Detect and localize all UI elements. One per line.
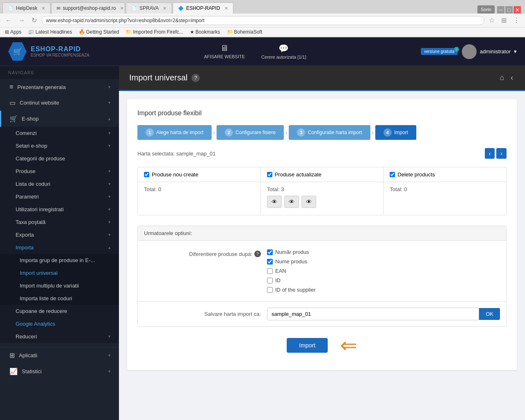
sidebar-item-importa-liste[interactable]: Importa liste de coduri <box>0 292 119 305</box>
check-id-supplier: ID of the supplier <box>267 287 315 293</box>
sidebar-item-continut[interactable]: ▭ Continut website ▾ <box>0 95 119 111</box>
sidebar-item-google-analytics[interactable]: Google Analytics <box>0 317 119 330</box>
checkbox-ean[interactable] <box>267 268 273 274</box>
col-checkbox-3[interactable] <box>390 172 395 177</box>
sidebar-item-reduceri[interactable]: Reduceri ▾ <box>0 330 119 343</box>
admin-label: administrator <box>480 48 511 55</box>
sidebar-item-categorii[interactable]: Categorii de produse <box>0 152 119 165</box>
prev-arrow-btn[interactable]: ‹ <box>485 148 495 159</box>
bookmark-bookmarks[interactable]: ★ Bookmarks <box>188 29 222 35</box>
sidebar-item-produse[interactable]: Produse ▾ <box>0 165 119 178</box>
version-badge[interactable]: versiune gratuita i <box>421 48 458 55</box>
step-4[interactable]: 4 Import <box>375 125 416 140</box>
step-1[interactable]: 1 Alege harta de import <box>137 125 212 140</box>
tab-doc-icon: 📄 <box>8 6 14 11</box>
tab-close-btn[interactable]: ✕ <box>163 6 167 11</box>
checkbox-id-supplier[interactable] <box>267 287 273 293</box>
step-arrow-3: › <box>370 130 375 136</box>
admin-area[interactable]: administrator ▾ <box>462 44 517 59</box>
col-checkbox-1[interactable] <box>144 172 149 177</box>
reload-btn[interactable]: ↻ <box>30 16 39 25</box>
eye-btn-3[interactable]: 👁 <box>301 196 316 208</box>
help-badge[interactable]: ? <box>192 74 200 82</box>
check-label-id-supplier: ID of the supplier <box>275 287 315 293</box>
sidebar-item-taxa[interactable]: Taxa poştală ▾ <box>0 216 119 228</box>
home-btn[interactable]: ⌂ <box>498 72 506 84</box>
tab-bar: 📄 HelpDesk ✕ ✉ support@eshop-rapid.ro ✕ … <box>0 0 525 14</box>
diferentiere-help-badge[interactable]: ? <box>254 251 261 257</box>
bookmark-apps[interactable]: ⊞ Apps <box>3 29 23 35</box>
back-btn[interactable]: ← <box>3 16 14 25</box>
sidebar-item-import-universal[interactable]: Import universal <box>0 267 119 279</box>
sidebar-item-label: Exporta <box>16 232 34 238</box>
maximize-btn[interactable]: □ <box>505 6 513 14</box>
tab-close-btn[interactable]: ✕ <box>224 6 228 11</box>
app-header: 🛒 ESHOP-RAPID ESHOP VA RECOMPENSEAZA 🖥 A… <box>0 37 525 66</box>
product-body-col-2: Total: 3 👁 👁 👁 <box>260 182 383 215</box>
forward-btn[interactable]: → <box>16 16 27 25</box>
checkbox-id[interactable] <box>267 278 273 283</box>
sidebar-item-utilizatori[interactable]: Utilizatori inregistrati ▾ <box>0 203 119 216</box>
eye-btn-1[interactable]: 👁 <box>267 196 282 208</box>
step-1-label: Alege harta de import <box>156 130 203 135</box>
bookmark-star-btn[interactable]: ☆ <box>487 16 497 25</box>
eye-btn-2[interactable]: 👁 <box>284 196 299 208</box>
menu-btn[interactable]: ⋮ <box>511 16 522 25</box>
tab-sprava[interactable]: 📄 SPRAVA ✕ <box>126 2 172 14</box>
bookmark-imported[interactable]: 📁 Imported From Firefc... <box>124 29 185 35</box>
cerere-autorizata-btn[interactable]: 💬 Cerere autorizata [1/1] <box>261 43 306 59</box>
sidebar-item-eshop[interactable]: 🛒 E-shop ▴ <box>0 111 119 127</box>
bookmark-headlines[interactable]: 📰 Latest Headlines <box>26 29 73 35</box>
tab-helpdesk[interactable]: 📄 HelpDesk ✕ <box>2 2 50 14</box>
tab-eshop-rapid[interactable]: 🔷 ESHOP-RAPID ✕ <box>173 2 233 14</box>
options-header-label: Urmatoarele optiuni: <box>138 226 506 241</box>
col-checkbox-2[interactable] <box>267 172 272 177</box>
import-btn[interactable]: Import <box>287 338 328 353</box>
afisare-website-btn[interactable]: 🖥 AFISARE WEBSITE <box>204 43 245 59</box>
menu-icon: ≡ <box>9 83 13 91</box>
bookmark-bohemiasoft[interactable]: 📁 BohemiaSoft <box>225 29 264 35</box>
tab-support[interactable]: ✉ support@eshop-rapid.ro ✕ <box>51 2 125 14</box>
chevron-icon: ▾ <box>108 219 111 225</box>
tagline-text: ESHOP VA RECOMPENSEAZA <box>31 53 89 57</box>
check-label-nume: Nume produs <box>275 258 307 265</box>
importa-sub: Importa grup de produse in E-... Import … <box>0 254 119 305</box>
sidebar-item-prezentare[interactable]: ≡ Prezentare generala ▾ <box>0 79 119 95</box>
sidebar-item-importa-grup[interactable]: Importa grup de produse in E-... <box>0 254 119 267</box>
folder-icon: 📁 <box>126 29 132 35</box>
logo-text: ESHOP-RAPID ESHOP VA RECOMPENSEAZA <box>31 46 89 57</box>
sidebar-item-setari[interactable]: Setari e-shop ▾ <box>0 139 119 152</box>
step-3[interactable]: 3 Configuratie harta import <box>289 125 370 140</box>
sidebar-item-aplicatii[interactable]: ⊞ Aplicatii ▾ <box>0 347 119 363</box>
checkbox-nume-produs[interactable] <box>267 259 273 265</box>
extensions-btn[interactable]: ⊞ <box>499 16 509 25</box>
sidebar-item-label: Setari e-shop <box>16 143 47 149</box>
sidebar-item-lista-coduri[interactable]: Lista de coduri ▾ <box>0 178 119 190</box>
sidebar-item-import-multiplu[interactable]: Import multiplu de variatii <box>0 279 119 292</box>
products-body: Total: 0 Total: 3 👁 👁 👁 <box>138 182 506 215</box>
step-2[interactable]: 2 Configurare fisiere <box>217 125 284 140</box>
tab-close-btn[interactable]: ✕ <box>120 6 124 11</box>
card-title: Import produse flexibil <box>137 110 507 117</box>
next-arrow-btn[interactable]: › <box>496 148 507 159</box>
save-map-ok-btn[interactable]: OK <box>479 308 500 320</box>
sidebar-item-statistici[interactable]: 📈 Statistici ▾ <box>0 363 119 379</box>
sidebar-item-importa[interactable]: Importa ▴ <box>0 241 119 254</box>
back-nav-btn[interactable]: ‹ <box>509 72 515 84</box>
chevron-icon: ▾ <box>108 181 111 187</box>
close-btn[interactable]: ✕ <box>514 6 521 14</box>
address-bar[interactable]: www.eshop-rapid.ro/admin/script.php?vol=… <box>41 16 484 25</box>
sidebar-item-comenzi[interactable]: Comenzi ▾ <box>0 127 119 139</box>
sidebar-item-label: Lista de coduri <box>16 181 50 187</box>
sidebar-item-cupoane[interactable]: Cupoane de reducere <box>0 305 119 317</box>
save-map-input[interactable] <box>267 308 479 320</box>
tab-close-btn[interactable]: ✕ <box>41 6 45 11</box>
checkbox-numar-produs[interactable] <box>267 249 273 255</box>
check-id: ID <box>267 277 315 283</box>
chevron-icon: ▾ <box>108 130 111 136</box>
sidebar-item-parametri[interactable]: Parametri ▾ <box>0 190 119 203</box>
bookmark-getting-started[interactable]: 🔥 Getting Started <box>77 29 121 35</box>
sidebar-item-exporta[interactable]: Exporta ▾ <box>0 228 119 241</box>
sidebar-item-label: Comenzi <box>16 130 37 136</box>
minimize-btn[interactable]: ─ <box>497 6 504 14</box>
